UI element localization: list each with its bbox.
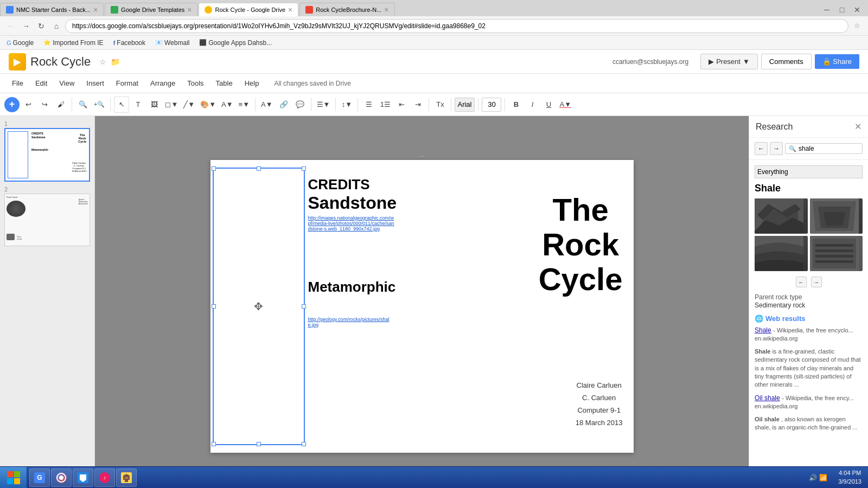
refresh-button[interactable]: ↻ (35, 20, 48, 33)
tab-4[interactable]: Rock CycleBrochure-N... × (299, 3, 394, 16)
indent-more-btn[interactable]: ⇥ (410, 97, 425, 113)
handle-bc[interactable] (257, 442, 261, 446)
menu-tools[interactable]: Tools (182, 77, 209, 89)
insert-btn[interactable]: + (4, 97, 20, 112)
result-2-site: - Wikipedia, the free ency... (782, 395, 853, 401)
bookmark-imported[interactable]: ⭐ Imported From IE (41, 38, 105, 48)
slide-thumb-2[interactable]: 2 Rock Cycle IgneousSedimentaryMetamorph… (4, 186, 90, 246)
star-icon[interactable]: ☆ (99, 57, 106, 66)
menu-edit[interactable]: Edit (30, 77, 53, 89)
img-next-btn[interactable]: → (811, 277, 822, 287)
minimize-btn[interactable]: ─ (820, 3, 833, 16)
present-button[interactable]: ▶ Present ▼ (700, 54, 758, 69)
link-btn[interactable]: 🔗 (276, 97, 291, 113)
border-color-btn[interactable]: A▼ (219, 97, 235, 113)
underline-btn[interactable]: U (541, 97, 556, 113)
shape-btn[interactable]: ◻▼ (163, 97, 180, 113)
sandstone-link[interactable]: http://images.nationalgeographic.com/wpf… (308, 215, 395, 232)
line-spacing-btn[interactable]: ↕▼ (339, 97, 354, 113)
taskbar-item-1[interactable]: G (29, 468, 50, 487)
start-button[interactable] (0, 467, 27, 489)
menu-table[interactable]: Table (210, 77, 238, 89)
handle-bl[interactable] (212, 442, 216, 446)
indent-less-btn[interactable]: ⇤ (394, 97, 409, 113)
close-btn[interactable]: ✕ (851, 3, 864, 16)
present-dropdown-icon: ▼ (743, 57, 750, 66)
forward-button[interactable]: → (20, 20, 33, 33)
taskbar-clock[interactable]: 4:04 PM 3/9/2013 (832, 469, 868, 486)
slide-thumb-1[interactable]: 1 CREDITS Sandstone Metamorphic TheRockC… (4, 120, 90, 182)
handle-br[interactable] (302, 442, 306, 446)
font-select[interactable]: Arial (455, 98, 475, 112)
menu-view[interactable]: View (54, 77, 80, 89)
menu-arrange[interactable]: Arrange (145, 77, 181, 89)
menu-format[interactable]: Format (111, 77, 144, 89)
back-button[interactable]: ← (4, 20, 17, 33)
handle-tr[interactable] (302, 166, 306, 171)
zoom-out-btn[interactable]: 🔍 (75, 97, 91, 113)
research-search-input[interactable] (799, 145, 859, 152)
tab-2-close[interactable]: × (187, 5, 192, 14)
bookmark-star[interactable]: ☆ (851, 20, 864, 33)
svg-rect-10 (14, 471, 20, 477)
slide-canvas[interactable]: ✥ CREDITS Sandstone http://images.nation… (210, 160, 634, 453)
tab-2[interactable]: Google Drive Templates × (105, 3, 197, 16)
bookmark-webmail[interactable]: 📧 Webmail (153, 38, 192, 48)
text-btn[interactable]: T (130, 97, 145, 113)
result-2-title[interactable]: Oil shale (755, 394, 780, 402)
comments-button[interactable]: Comments (761, 54, 812, 69)
address-bar[interactable] (65, 19, 848, 33)
research-dropdown[interactable]: Everything (755, 165, 863, 178)
line-btn[interactable]: ╱▼ (181, 97, 197, 113)
bookmark-facebook[interactable]: f Facebook (111, 38, 148, 48)
bullets-btn[interactable]: ☰ (361, 97, 376, 113)
cursor-btn[interactable]: ↖ (114, 97, 129, 113)
bold-btn[interactable]: B (508, 97, 524, 113)
taskbar-item-4[interactable]: ♪ (94, 468, 115, 487)
home-button[interactable]: ⌂ (50, 20, 63, 33)
research-close-btn[interactable]: ✕ (854, 121, 861, 132)
handle-ml[interactable] (212, 304, 216, 309)
paint-format-btn[interactable]: 🖌 (53, 97, 68, 113)
metamorphic-link[interactable]: http://geology.com/rocks/pictures/shale.… (308, 317, 390, 328)
menu-insert[interactable]: Insert (81, 77, 110, 89)
tab-1[interactable]: NMC Starter Cards - Back... × (0, 3, 104, 16)
taskbar-item-2[interactable] (51, 468, 72, 487)
tab-4-close[interactable]: × (384, 5, 388, 14)
handle-tl[interactable] (212, 166, 216, 171)
img-prev-btn[interactable]: ← (796, 277, 807, 287)
selected-textbox[interactable]: ✥ (213, 168, 305, 445)
tab-3-close[interactable]: × (288, 5, 292, 14)
align-btn[interactable]: ≡▼ (237, 97, 252, 113)
comment-btn[interactable]: 💬 (292, 97, 308, 113)
undo-btn[interactable]: ↩ (21, 97, 36, 113)
clear-format-btn[interactable]: Tx (432, 97, 448, 113)
handle-tc[interactable] (257, 166, 261, 171)
menu-help[interactable]: Help (239, 77, 265, 89)
font-size-input[interactable] (482, 98, 501, 112)
fill-btn[interactable]: 🎨▼ (198, 97, 218, 113)
share-button[interactable]: 🔒 Share (815, 54, 859, 69)
handle-mr[interactable] (302, 304, 306, 309)
bookmark-google[interactable]: G Google (4, 38, 36, 48)
research-search-box[interactable]: 🔍 (785, 143, 863, 154)
research-forward-btn[interactable]: → (770, 142, 783, 155)
italic-btn[interactable]: I (525, 97, 540, 113)
text-align-btn[interactable]: ☰▼ (315, 97, 333, 113)
maximize-btn[interactable]: □ (835, 3, 848, 16)
tab-3[interactable]: Rock Cycle - Google Drive × (199, 3, 298, 16)
image-btn[interactable]: 🖼 (146, 97, 162, 113)
tab-1-close[interactable]: × (93, 5, 98, 14)
research-back-btn[interactable]: ← (755, 142, 768, 155)
menu-file[interactable]: File (7, 77, 29, 89)
redo-btn[interactable]: ↪ (37, 97, 52, 113)
zoom-in-btn[interactable]: +🔍 (92, 97, 107, 113)
text-color-btn[interactable]: A▼ (259, 97, 275, 113)
taskbar-item-5[interactable] (116, 468, 137, 487)
result-1-title[interactable]: Shale (755, 326, 771, 334)
taskbar-item-3[interactable] (73, 468, 93, 487)
bookmark-google-apps[interactable]: ⬛ Google Apps Dahsb... (197, 38, 274, 48)
font-color-btn[interactable]: A▼ (557, 97, 573, 113)
numbered-list-btn[interactable]: 1☰ (378, 97, 393, 113)
folder-icon[interactable]: 📁 (111, 57, 120, 66)
